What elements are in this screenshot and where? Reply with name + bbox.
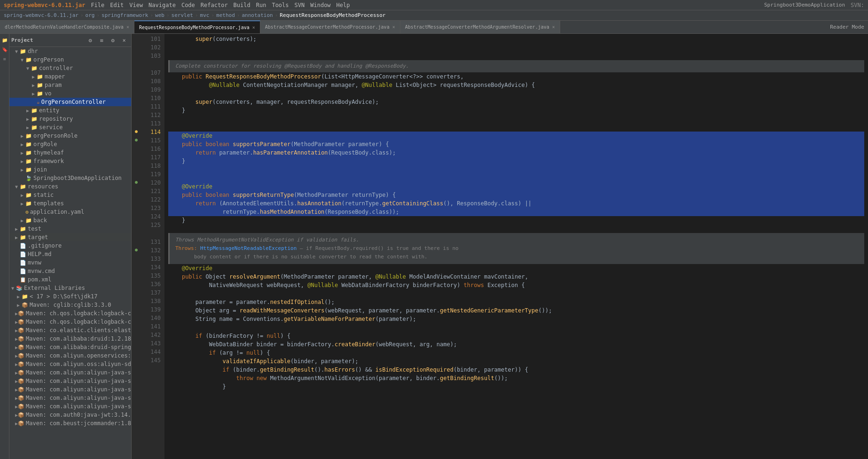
ln-120: 120 xyxy=(141,179,161,187)
tree-aliyun-kms[interactable]: ▶ 📦 Maven: com.aliyun:aliyun-java-sdk-km… xyxy=(9,385,131,394)
reader-mode-label[interactable]: Reader Mode xyxy=(830,24,864,30)
gutter-121 xyxy=(132,186,141,194)
tab-3[interactable]: AbstractMessageConverterMethodArgumentRe… xyxy=(400,21,560,33)
bookmarks-icon[interactable]: 🔖 xyxy=(0,45,9,54)
menu-tools[interactable]: Tools xyxy=(272,2,289,8)
gutter-112 xyxy=(132,110,141,118)
structure-icon[interactable]: ≡ xyxy=(0,54,9,63)
tree-jdk17[interactable]: ▶ 📁 < 17 > D:\Soft\jdk17 xyxy=(9,292,131,301)
ln-javadoc2 xyxy=(141,229,161,238)
tree-mapper[interactable]: ▶ 📁 mapper xyxy=(9,72,131,81)
tree-help[interactable]: 📄 HELP.md xyxy=(9,250,131,258)
sync-btn[interactable]: ⚙ xyxy=(85,35,95,46)
folder-target-icon: 📁 xyxy=(20,234,26,241)
bc-1[interactable]: org xyxy=(86,12,95,18)
tab-0[interactable]: dlerMethodReturnValueHandlerComposite.ja… xyxy=(0,21,134,33)
tree-dhr[interactable]: ▼ 📁 dhr xyxy=(9,47,131,55)
menu-file[interactable]: File xyxy=(91,2,104,8)
bc-8[interactable]: RequestResponseBodyMethodProcessor xyxy=(280,12,385,18)
folder-auth0-icon: 📦 xyxy=(18,412,24,418)
gutter-109 xyxy=(132,85,141,93)
menu-refactor[interactable]: Refactor xyxy=(201,2,228,8)
menu-window[interactable]: Window xyxy=(310,2,330,8)
tree-static[interactable]: ▶ 📁 static xyxy=(9,191,131,199)
ln-114: 114 xyxy=(141,128,161,136)
code-119 xyxy=(168,174,864,182)
menu-bar: spring-webmvc-6.0.11.jar File Edit View … xyxy=(0,0,868,10)
tab-2[interactable]: AbstractMessageConverterMethodProcessor.… xyxy=(260,21,400,33)
bc-7[interactable]: annotation xyxy=(242,12,273,18)
tree-application-yaml[interactable]: ⚙ application.yaml xyxy=(9,208,131,216)
tree-templates[interactable]: ▶ 📁 templates xyxy=(9,199,131,208)
tree-target[interactable]: ▶ 📁 target xyxy=(9,233,131,241)
settings-gear[interactable]: ⚙ xyxy=(108,35,118,46)
close-sidebar[interactable]: × xyxy=(119,35,129,46)
tree-mvnwcmd[interactable]: 📄 mvnw.cmd xyxy=(9,267,131,275)
tab-1[interactable]: RequestResponseBodyMethodProcessor.java … xyxy=(134,21,260,33)
bc-5[interactable]: mvc xyxy=(200,12,210,18)
menu-run[interactable]: Run xyxy=(256,2,266,8)
tree-orgperson[interactable]: ▼ 📁 orgPerson xyxy=(9,55,131,64)
tree-orgpersoncontroller[interactable]: ☕ OrgPersonController xyxy=(9,98,131,106)
tree-aliyun-fb[interactable]: ▶ 📦 Maven: com.aliyun:aliyun-java-sdk-fa… xyxy=(9,377,131,385)
tree-mvnw[interactable]: 📄 mvnw xyxy=(9,258,131,267)
tree-springboot3demo[interactable]: 🍃 Springboot3DemoApplication xyxy=(9,174,131,182)
tree-cglib-label: Maven: cglib:cglib:3.3.0 xyxy=(30,302,111,308)
tree-aliyun-java[interactable]: ▶ 📦 Maven: com.aliyun:aliyun-java-sdk-co… xyxy=(9,368,131,377)
tree-aliyun-ocr[interactable]: ▶ 📦 Maven: com.aliyun:aliyun-java-sdk-oc… xyxy=(9,394,131,402)
tree-param[interactable]: ▶ 📁 param xyxy=(9,81,131,89)
tree-logback-core[interactable]: ▶ 📦 Maven: ch.qos.logback:logback-core:1… xyxy=(9,318,131,326)
collapse-btn[interactable]: ≡ xyxy=(96,35,107,46)
tree-aliyun-ram[interactable]: ▶ 📦 Maven: com.aliyun:aliyun-java-sdk-ra… xyxy=(9,402,131,411)
bc-2[interactable]: springframework xyxy=(102,12,148,18)
ln-121: 121 xyxy=(141,187,161,195)
tree-service[interactable]: ▶ 📁 service xyxy=(9,123,131,132)
tree-cglib[interactable]: ▶ 📦 Maven: cglib:cglib:3.3.0 xyxy=(9,301,131,309)
menu-code[interactable]: Code xyxy=(181,2,195,8)
menu-view[interactable]: View xyxy=(129,2,143,8)
tree-test[interactable]: ▶ 📁 test xyxy=(9,225,131,233)
tree-repository-label: repository xyxy=(39,116,73,122)
bc-6[interactable]: method xyxy=(216,12,235,18)
tree-back[interactable]: ▶ 📁 back xyxy=(9,216,131,225)
code-145: } xyxy=(168,382,864,391)
tree-orgrole[interactable]: ▶ 📁 orgRole xyxy=(9,140,131,148)
project-icon[interactable]: 📁 xyxy=(0,36,9,44)
tree-external[interactable]: ▼ 📚 External Libraries xyxy=(9,284,131,292)
tree-gitignore[interactable]: 📄 .gitignore xyxy=(9,241,131,250)
tree-controller[interactable]: ▼ 📁 controller xyxy=(9,64,131,72)
tree-entity[interactable]: ▶ 📁 entity xyxy=(9,106,131,115)
tree-auth0[interactable]: ▶ 📦 Maven: com.auth0:java-jwt:3.14.0 xyxy=(9,411,131,419)
tree-thymeleaf[interactable]: ▶ 📁 thymeleaf xyxy=(9,148,131,157)
bc-0[interactable]: spring-webmvc-6.0.11.jar xyxy=(4,12,78,18)
tree-resources[interactable]: ▼ 📁 resources xyxy=(9,182,131,191)
tree-orgpersonrole[interactable]: ▶ 📁 orgPersonRole xyxy=(9,132,131,140)
tab-1-close[interactable]: × xyxy=(252,25,255,30)
tree-vo[interactable]: ▶ 📁 vo xyxy=(9,89,131,98)
tab-2-close[interactable]: × xyxy=(392,24,395,30)
tree-beust[interactable]: ▶ 📦 Maven: com.beust:jcommander:1.82 xyxy=(9,419,131,428)
menu-svn[interactable]: SVN xyxy=(295,2,305,8)
tree-join[interactable]: ▶ 📁 join xyxy=(9,165,131,174)
code-content[interactable]: super(converters); Complete constructor … xyxy=(164,34,868,459)
menu-help[interactable]: Help xyxy=(336,2,350,8)
tree-elastic[interactable]: ▶ 📦 Maven: co.elastic.clients:elasticsea… xyxy=(9,326,131,335)
tab-3-close[interactable]: × xyxy=(552,24,555,30)
tree-aliyun-oss[interactable]: ▶ 📦 Maven: com.aliyun.oss:aliyun-sdk-oss… xyxy=(9,360,131,368)
tree-druid[interactable]: ▶ 📦 Maven: com.alibaba:druid:1.2.18 xyxy=(9,335,131,343)
bc-4[interactable]: servlet xyxy=(172,12,193,18)
tree-druid-spring[interactable]: ▶ 📦 Maven: com.alibaba:druid-spring-boot… xyxy=(9,343,131,351)
tree-framework[interactable]: ▶ 📁 framework xyxy=(9,157,131,165)
tree-beust-label: Maven: com.beust:jcommander:1.82 xyxy=(26,420,132,427)
tab-0-close[interactable]: × xyxy=(126,24,129,30)
tree-logback-classic[interactable]: ▶ 📦 Maven: ch.qos.logback:logback-classi… xyxy=(9,309,131,318)
menu-build[interactable]: Build xyxy=(234,2,250,8)
pom-icon: 📋 xyxy=(20,277,26,283)
tree-pom[interactable]: 📋 pom.xml xyxy=(9,275,131,284)
menu-edit[interactable]: Edit xyxy=(110,2,124,8)
folder-framework-icon: 📁 xyxy=(25,158,32,164)
menu-navigate[interactable]: Navigate xyxy=(149,2,176,8)
tree-repository[interactable]: ▶ 📁 repository xyxy=(9,115,131,123)
bc-3[interactable]: web xyxy=(155,12,164,18)
tree-aliyun-ons[interactable]: ▶ 📦 Maven: com.aliyun.openservices:ons-c… xyxy=(9,351,131,360)
